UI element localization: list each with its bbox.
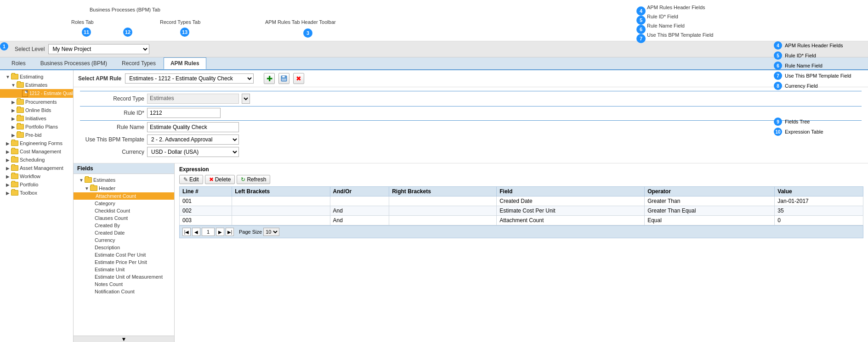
expand-initiatives[interactable]: ▶ (10, 115, 17, 122)
label-9-panel: Fields Tree (785, 119, 810, 124)
scroll-down-arrow[interactable]: ▼ (74, 336, 174, 342)
tab-roles[interactable]: Roles (5, 57, 33, 69)
tree-item-cost-management[interactable]: ▶ Cost Management (0, 147, 73, 156)
expand-asset-management[interactable]: ▶ (5, 165, 11, 171)
expand-field-header[interactable]: ▼ (84, 185, 90, 191)
expand-toolbox[interactable]: ▶ (5, 190, 11, 196)
tab-apm-rules[interactable]: APM Rules (164, 57, 206, 69)
tree-label-estimates: Estimates (25, 82, 47, 88)
tree-item-workflow[interactable]: ▶ Workflow (0, 172, 73, 180)
expand-pre-bid[interactable]: ▶ (10, 132, 17, 138)
delete-button[interactable]: ✖ (293, 73, 304, 84)
right-panel: Select APM Rule Estimates - 1212 - Estim… (74, 70, 868, 342)
field-created-by[interactable]: Created By (74, 222, 174, 229)
refresh-button[interactable]: ↻ Refresh (237, 175, 270, 184)
expand-portfolio[interactable]: ▶ (5, 181, 11, 188)
expand-procurements[interactable]: ▶ (10, 99, 17, 105)
folder-icon-estimates (17, 82, 24, 88)
rule-id-label: Rule ID* (80, 110, 144, 116)
label-5-panel: Rule ID* Field (785, 53, 816, 58)
expand-portfolio-plans[interactable]: ▶ (10, 123, 17, 130)
label-rule-name-field: Rule Name Field (647, 23, 685, 28)
field-label-attachment-count: Attachment Count (89, 193, 136, 199)
tree-item-engineering-forms[interactable]: ▶ Engineering Forms (0, 139, 73, 147)
field-notes-count[interactable]: Notes Count (74, 280, 174, 288)
apm-rule-dropdown[interactable]: Estimates - 1212 - Estimate Quality Chec… (125, 73, 254, 84)
tree-item-initiatives[interactable]: ▶ Initiatives (0, 114, 73, 123)
edit-button[interactable]: ✎ Edit (179, 175, 203, 184)
fields-tree: ▼ Estimates ▼ Header Attachment Count (74, 174, 174, 336)
field-estimate-price-per-unit[interactable]: Estimate Price Per Unit (74, 258, 174, 266)
field-checklist-count[interactable]: Checklist Count (74, 207, 174, 214)
first-page-button[interactable]: |◀ (182, 228, 191, 236)
tree-item-scheduling[interactable]: ▶ Scheduling (0, 156, 73, 164)
cell-value-003: 0 (775, 216, 863, 225)
last-page-button[interactable]: ▶| (226, 228, 234, 236)
select-level-dropdown[interactable]: My New Project (48, 44, 149, 54)
tree-item-pre-bid[interactable]: ▶ Pre-bid (0, 131, 73, 139)
folder-icon-field-estimates (85, 177, 92, 183)
tree-item-toolbox[interactable]: ▶ Toolbox (0, 189, 73, 197)
expand-workflow[interactable]: ▶ (5, 173, 11, 179)
save-button[interactable] (278, 73, 289, 84)
rule-id-row: Rule ID* (80, 108, 862, 118)
tree-item-online-bids[interactable]: ▶ Online Bids (0, 106, 73, 114)
expand-cost-management[interactable]: ▶ (5, 148, 11, 155)
field-tree-header[interactable]: ▼ Header (74, 184, 174, 192)
cell-operator-002: Greater Than Equal (645, 206, 775, 216)
cell-left-001 (232, 196, 330, 206)
table-row-003[interactable]: 003 And Attachment Count Equal 0 (180, 216, 863, 225)
field-tree-estimates[interactable]: ▼ Estimates (74, 176, 174, 184)
page-number-input[interactable] (202, 228, 215, 236)
svg-rect-2 (282, 78, 286, 81)
table-row-001[interactable]: 001 Created Date Greater Than Jan-01-201… (180, 196, 863, 206)
page-size-select[interactable]: 10 (263, 228, 279, 236)
record-type-dropdown-arrow[interactable] (242, 94, 250, 104)
expand-field-estimates[interactable]: ▼ (78, 177, 85, 183)
expand-estimating[interactable]: ▼ (5, 73, 11, 80)
expand-online-bids[interactable]: ▶ (10, 107, 17, 113)
field-notification-count[interactable]: Notification Count (74, 288, 174, 295)
tree-item-estimates[interactable]: ▼ Estimates (0, 81, 73, 89)
field-estimate-unit-of-measurement[interactable]: Estimate Unit of Measurement (74, 273, 174, 280)
prev-page-button[interactable]: ◀ (192, 228, 200, 236)
label-rule-id-field: Rule ID* Field (647, 14, 678, 19)
rule-name-input[interactable] (147, 122, 239, 132)
tree-item-estimating[interactable]: ▼ Estimating (0, 73, 73, 81)
field-estimate-cost-per-unit[interactable]: Estimate Cost Per Unit (74, 251, 174, 258)
record-type-label: Record Type (80, 95, 144, 102)
cell-field-003: Attachment Count (497, 216, 645, 225)
expand-estimates[interactable]: ▼ (10, 82, 17, 88)
tree-item-procurements[interactable]: ▶ Procurements (0, 98, 73, 106)
expr-delete-button[interactable]: ✖ Delete (205, 175, 235, 184)
bpm-template-dropdown[interactable]: 2 - 2. Advanced Approval (147, 135, 239, 145)
mid-divider-1 (80, 106, 862, 107)
field-category[interactable]: Category (74, 200, 174, 207)
tree-item-estimate-quality-check[interactable]: 1212 - Estimate Quality Check (0, 89, 73, 98)
currency-dropdown[interactable]: USD - Dollar (USA) (147, 147, 239, 157)
field-currency[interactable]: Currency (74, 236, 174, 244)
tab-bpm[interactable]: Business Processes (BPM) (34, 57, 114, 69)
field-clauses-count[interactable]: Clauses Count (74, 214, 174, 222)
tab-record-types[interactable]: Record Types (115, 57, 163, 69)
col-left-brackets: Left Brackets (232, 187, 330, 196)
tree-item-portfolio[interactable]: ▶ Portfolio (0, 180, 73, 189)
expand-engineering-forms[interactable]: ▶ (5, 140, 11, 146)
badge-1: 1 (0, 42, 8, 50)
add-button[interactable]: ✚ (264, 73, 275, 84)
expand-scheduling[interactable]: ▶ (5, 157, 11, 163)
tree-item-portfolio-plans[interactable]: ▶ Portfolio Plans (0, 123, 73, 131)
field-description[interactable]: Description (74, 244, 174, 251)
form-area: Record Type Estimates Rule ID* Rule Name… (74, 87, 868, 163)
next-page-button[interactable]: ▶ (216, 228, 224, 236)
rule-id-input[interactable] (147, 108, 221, 118)
label-apm-header-fields: APM Rules Header Fields (647, 5, 705, 10)
field-tree-label-header: Header (99, 185, 115, 191)
field-created-date[interactable]: Created Date (74, 229, 174, 236)
badge-4-panel: 4 (774, 41, 782, 50)
field-estimate-unit[interactable]: Estimate Unit (74, 266, 174, 273)
field-attachment-count[interactable]: Attachment Count (74, 192, 174, 200)
col-value: Value (775, 187, 863, 196)
tree-item-asset-management[interactable]: ▶ Asset Management (0, 164, 73, 172)
table-row-002[interactable]: 002 And Estimate Cost Per Unit Greater T… (180, 206, 863, 216)
